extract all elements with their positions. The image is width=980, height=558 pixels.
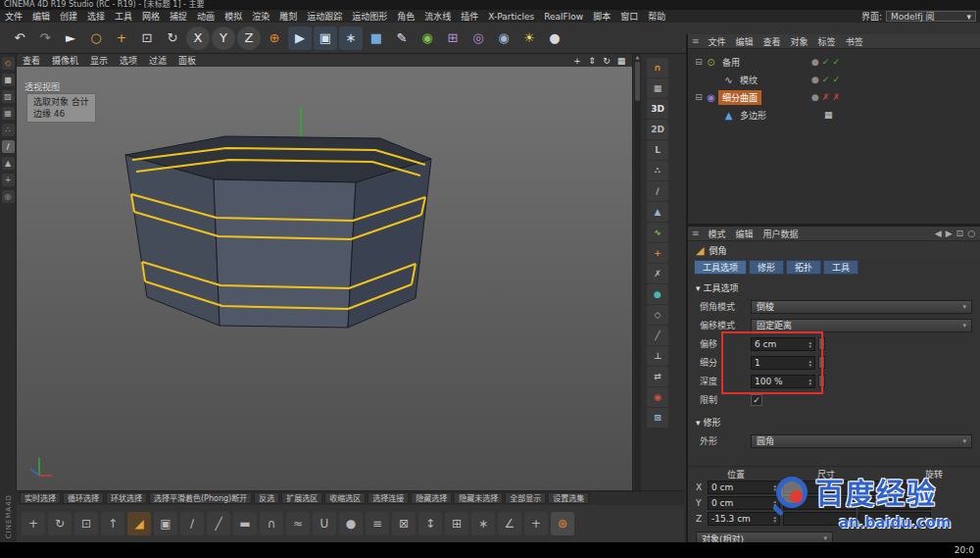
selection-command-button[interactable]: 全部显示 xyxy=(505,492,546,504)
snap-edge-icon[interactable]: ∕ xyxy=(647,181,668,201)
pan-view-icon[interactable]: + xyxy=(571,55,583,66)
array-icon[interactable]: ⊞ xyxy=(441,26,465,50)
bridge-icon[interactable]: ∩ xyxy=(260,512,283,535)
snap-intersection-icon[interactable]: ✗ xyxy=(647,264,668,283)
viewport-menu-item[interactable]: 选项 xyxy=(114,54,143,67)
enable-mark[interactable]: ✓ xyxy=(822,75,830,84)
object-row[interactable]: ⊟ ◉ 细分曲面 ● ✗ ✗ xyxy=(688,88,980,106)
scale-icon[interactable]: ⊡ xyxy=(74,512,98,535)
rotate-view-icon[interactable]: ↻ xyxy=(601,55,612,66)
attr-lock-icon[interactable]: ⊡ xyxy=(956,228,964,238)
hexagon-right-face[interactable] xyxy=(348,159,431,328)
attribute-tab[interactable]: 工具选项 xyxy=(694,260,747,275)
mode-2d-button[interactable]: 2D xyxy=(647,120,668,139)
menu-item[interactable]: 帮助 xyxy=(643,10,670,23)
menu-item[interactable]: X-Particles xyxy=(483,12,539,22)
toggle-view-icon[interactable]: ▦ xyxy=(615,55,627,66)
selection-command-button[interactable]: 设置选集 xyxy=(548,492,589,504)
spline-pen-icon[interactable]: ✎ xyxy=(390,26,414,50)
brush-icon[interactable]: ≈ xyxy=(286,512,310,535)
move-icon[interactable]: + xyxy=(22,512,45,535)
value-drag-handle[interactable] xyxy=(818,356,825,369)
cube-primitive-icon[interactable]: ■ xyxy=(365,26,388,50)
zoom-view-icon[interactable]: ⇕ xyxy=(586,55,598,66)
stitch-icon[interactable]: ≡ xyxy=(366,512,389,535)
collapse-arrow-icon[interactable]: ▾ xyxy=(696,283,701,293)
menu-item[interactable]: 运动图形 xyxy=(347,10,392,23)
menu-item[interactable]: 脚本 xyxy=(588,10,615,23)
perspective-viewport[interactable]: 查看摄像机显示选项过滤面板 +⇕↻▦ 透视视图 选取对象 合计 边缘 46 xyxy=(17,54,632,490)
selection-command-button[interactable]: 隐藏选择 xyxy=(411,492,452,504)
z-axis-lock-button[interactable]: Z xyxy=(237,26,261,50)
attr-back-icon[interactable]: ◀ xyxy=(935,228,942,238)
attribute-spinner[interactable]: 6 cm ▴▾ xyxy=(751,337,815,351)
texture-mode-icon[interactable]: ▨ xyxy=(2,90,15,103)
scroll-up-icon[interactable]: ▲ xyxy=(636,54,640,60)
value-drag-handle[interactable] xyxy=(818,375,825,387)
selection-command-button[interactable]: 循环选择 xyxy=(63,492,104,504)
workplane-mode-icon[interactable]: ▦ xyxy=(2,107,15,120)
workplane-lock-icon[interactable]: ⊠ xyxy=(647,408,668,428)
selection-command-button[interactable]: 反选 xyxy=(254,492,279,504)
edges-mode-icon[interactable]: ∕ xyxy=(2,140,15,153)
interface-layout-dropdown[interactable]: Modelfj 阅▾ xyxy=(886,11,976,22)
expand-toggle-icon[interactable]: ⊟ xyxy=(694,57,704,67)
selection-command-button[interactable]: 扩展选区 xyxy=(281,492,322,504)
selection-command-button[interactable]: 环状选择 xyxy=(106,492,147,504)
measure-icon[interactable]: ∠ xyxy=(498,512,521,535)
rotation-spinner[interactable]: ▴▾ xyxy=(858,481,931,494)
snap-axis-icon[interactable]: + xyxy=(647,243,668,263)
size-spinner[interactable]: ▴▾ xyxy=(783,496,856,510)
menu-item[interactable]: 渲染 xyxy=(247,10,274,23)
polygons-mode-icon[interactable]: ▲ xyxy=(2,157,15,170)
magnet-icon[interactable]: U xyxy=(313,512,336,535)
collapse-arrow-icon[interactable]: ▾ xyxy=(696,418,701,428)
menu-item[interactable]: 角色 xyxy=(392,10,419,23)
attribute-tab[interactable]: 工具 xyxy=(823,260,858,275)
menu-item[interactable]: 运动跟踪 xyxy=(302,10,347,23)
make-editable-icon[interactable]: ◇ xyxy=(2,57,15,70)
modeling-settings-icon[interactable]: ⊛ xyxy=(551,512,574,535)
attribute-dropdown[interactable]: 固定距离 ▾ xyxy=(751,319,972,332)
attribute-tab[interactable]: 拓扑 xyxy=(786,260,821,275)
selection-command-button[interactable]: 选择连接 xyxy=(368,492,409,504)
object-name[interactable]: 细分曲面 xyxy=(718,90,761,105)
enable-axis-icon[interactable]: + xyxy=(2,174,15,186)
attr-forward-icon[interactable]: ▶ xyxy=(946,228,953,238)
menu-item[interactable]: 网格 xyxy=(137,10,165,23)
size-spinner[interactable]: ▴▾ xyxy=(783,481,856,494)
x-axis-lock-button[interactable]: X xyxy=(186,26,210,50)
menu-item[interactable]: 文件 xyxy=(0,10,27,23)
shape-dropdown[interactable]: 圆角 ▾ xyxy=(751,434,972,448)
enable-mark[interactable]: ✓ xyxy=(822,57,830,67)
snap-spline-icon[interactable]: ∿ xyxy=(647,223,668,242)
object-manager-menu-item[interactable]: 文件 xyxy=(704,35,731,48)
model-mode-icon[interactable]: ■ xyxy=(2,74,15,86)
expand-toggle-icon[interactable]: ⊟ xyxy=(694,92,704,102)
rotate-tool-icon[interactable]: ↻ xyxy=(161,26,184,50)
snap-vertex-icon[interactable]: ∴ xyxy=(647,161,668,180)
value-drag-handle[interactable] xyxy=(818,337,825,350)
position-spinner[interactable]: 0 cm ▴▾ xyxy=(708,481,780,494)
object-manager-menu-item[interactable]: 对象 xyxy=(786,35,813,48)
selection-command-button[interactable]: 收缩选区 xyxy=(324,492,366,504)
limit-checkbox[interactable]: ✓ xyxy=(751,394,762,406)
size-spinner[interactable]: ▴▾ xyxy=(783,512,856,526)
selection-command-button[interactable]: 隐藏未选择 xyxy=(454,492,503,504)
snap-polygon-icon[interactable]: ▲ xyxy=(647,202,668,222)
render-picture-viewer-icon[interactable]: ▣ xyxy=(314,26,337,50)
points-mode-icon[interactable]: ∴ xyxy=(2,124,15,136)
render-settings-icon[interactable]: ∗ xyxy=(339,26,363,50)
attribute-spinner[interactable]: 1 ▴▾ xyxy=(751,356,815,370)
object-row[interactable]: ∿ 模纹 ● ✓ ✓ xyxy=(688,71,980,88)
light-icon[interactable]: ☀ xyxy=(517,26,541,50)
edge-cut-icon[interactable]: ↕ xyxy=(418,512,442,535)
viewport-menu-item[interactable]: 摄像机 xyxy=(46,54,84,67)
attribute-menu-item[interactable]: 用户数据 xyxy=(759,228,804,240)
extrude-icon[interactable]: ↑ xyxy=(101,512,124,535)
viewport-menu-item[interactable]: 显示 xyxy=(84,54,114,67)
object-manager-menu-item[interactable]: 书签 xyxy=(841,35,868,48)
object-name[interactable]: 多边形 xyxy=(736,108,770,123)
viewport-3d-canvas[interactable] xyxy=(17,67,632,490)
object-name[interactable]: 模纹 xyxy=(736,73,761,87)
